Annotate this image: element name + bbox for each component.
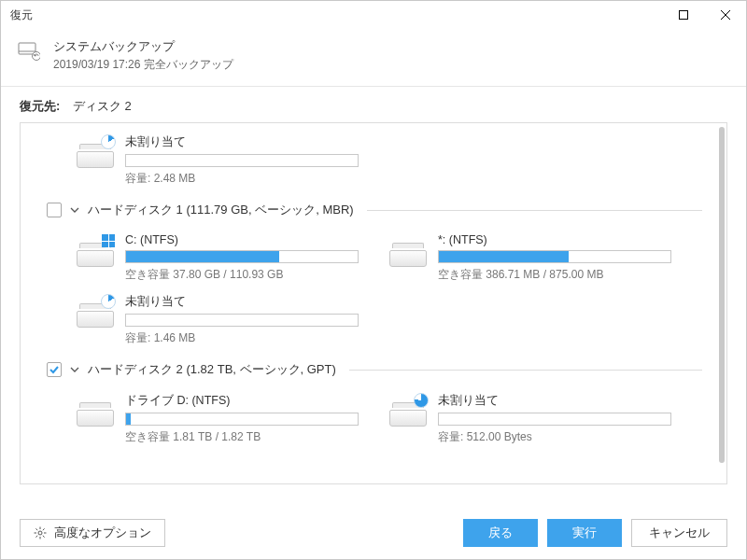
- partition-title: 未割り当て: [125, 294, 693, 310]
- destination-label: 復元先:: [20, 99, 60, 113]
- cancel-button[interactable]: キャンセル: [631, 519, 727, 547]
- back-button[interactable]: 戻る: [463, 519, 538, 547]
- close-icon: [721, 10, 730, 20]
- titlebar: 復元: [1, 1, 746, 29]
- partition-c[interactable]: C: (NTFS) 空き容量 37.80 GB / 110.93 GB: [77, 228, 389, 288]
- disk2-label: ハードディスク 2 (1.82 TB, ベーシック, GPT): [88, 361, 336, 378]
- partition-star[interactable]: *: (NTFS) 空き容量 386.71 MB / 875.00 MB: [389, 228, 702, 288]
- disk-icon: [389, 237, 427, 267]
- disk-icon: [77, 397, 114, 427]
- close-button[interactable]: [704, 1, 746, 29]
- back-label: 戻る: [488, 525, 513, 541]
- windows-icon: [101, 233, 116, 248]
- usage-bar: [125, 314, 359, 327]
- disk2-checkbox[interactable]: [47, 362, 62, 377]
- partition-title: 未割り当て: [125, 134, 693, 150]
- partition-title: *: (NTFS): [438, 233, 693, 246]
- usage-bar: [438, 413, 671, 426]
- partition-capacity: 容量: 2.48 MB: [125, 171, 693, 187]
- partition-free: 空き容量 386.71 MB / 875.00 MB: [438, 267, 693, 283]
- svg-line-12: [35, 536, 37, 538]
- cancel-label: キャンセル: [649, 525, 710, 541]
- footer: 高度なオプション 戻る 実行 キャンセル: [1, 507, 746, 559]
- destination-row: 復元先: ディスク 2: [1, 87, 746, 122]
- usage-bar: [125, 154, 359, 167]
- backup-title: システムバックアップ: [53, 38, 233, 55]
- disk1-label: ハードディスク 1 (111.79 GB, ベーシック, MBR): [88, 202, 354, 218]
- backup-icon: [18, 40, 40, 63]
- pie-icon: [101, 294, 116, 309]
- execute-button[interactable]: 実行: [547, 519, 622, 547]
- pie-icon: [101, 134, 116, 149]
- partition-title: 未割り当て: [438, 393, 693, 409]
- partition-unallocated-3[interactable]: 未割り当て 容量: 512.00 Bytes: [389, 387, 702, 451]
- svg-line-11: [43, 528, 45, 530]
- usage-bar: [438, 250, 671, 263]
- disk-group-1[interactable]: ハードディスク 1 (111.79 GB, ベーシック, MBR): [21, 192, 712, 228]
- svg-point-4: [38, 531, 42, 535]
- svg-rect-1: [19, 43, 35, 54]
- partition-title: C: (NTFS): [125, 233, 380, 246]
- partition-capacity: 容量: 512.00 Bytes: [438, 429, 693, 445]
- destination-value: ディスク 2: [73, 99, 132, 113]
- partition-free: 空き容量 37.80 GB / 110.93 GB: [125, 267, 380, 283]
- svg-line-10: [43, 536, 45, 538]
- disk-group-2[interactable]: ハードディスク 2 (1.82 TB, ベーシック, GPT): [21, 352, 712, 387]
- maximize-button[interactable]: [662, 1, 704, 29]
- advanced-options-button[interactable]: 高度なオプション: [20, 519, 165, 547]
- chevron-down-icon[interactable]: [69, 365, 80, 374]
- disk-icon: [389, 397, 427, 427]
- backup-header: システムバックアップ 2019/03/19 17:26 完全バックアップ: [1, 29, 746, 87]
- usage-bar: [125, 413, 359, 426]
- divider: [349, 370, 702, 371]
- partition-title: ドライブ D: (NTFS): [125, 393, 380, 409]
- window-title: 復元: [10, 7, 33, 23]
- execute-label: 実行: [572, 525, 597, 541]
- scrollbar[interactable]: [719, 127, 725, 463]
- divider: [367, 210, 702, 211]
- partition-unallocated-2[interactable]: 未割り当て 容量: 1.46 MB: [77, 288, 702, 352]
- disk1-checkbox[interactable]: [47, 203, 62, 217]
- partition-free: 空き容量 1.81 TB / 1.82 TB: [125, 429, 380, 445]
- chevron-down-icon[interactable]: [69, 205, 80, 215]
- partition-list: 未割り当て 容量: 2.48 MB ハードディスク 1 (111.79 GB, …: [20, 122, 727, 484]
- partition-capacity: 容量: 1.46 MB: [125, 330, 693, 346]
- svg-line-9: [35, 528, 37, 530]
- gear-icon: [34, 526, 47, 539]
- usage-bar: [125, 250, 359, 263]
- disk-icon: [77, 298, 114, 328]
- partition-unallocated-1[interactable]: 未割り当て 容量: 2.48 MB: [77, 129, 702, 192]
- maximize-icon: [679, 10, 688, 20]
- advanced-options-label: 高度なオプション: [54, 525, 151, 541]
- backup-header-text: システムバックアップ 2019/03/19 17:26 完全バックアップ: [53, 38, 233, 73]
- disk-icon: [77, 237, 114, 267]
- disk-icon: [77, 138, 114, 168]
- svg-rect-0: [679, 11, 687, 20]
- partition-d[interactable]: ドライブ D: (NTFS) 空き容量 1.81 TB / 1.82 TB: [77, 387, 389, 451]
- backup-subtitle: 2019/03/19 17:26 完全バックアップ: [53, 57, 233, 73]
- pie-icon: [414, 393, 429, 408]
